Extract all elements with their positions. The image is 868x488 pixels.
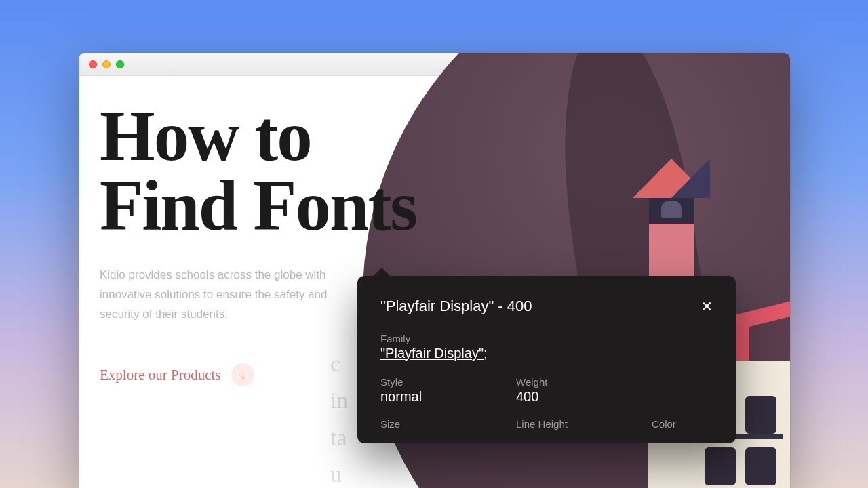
headline-line-2: Find Fonts: [100, 166, 416, 245]
window-close-button[interactable]: [89, 60, 97, 68]
color-label: Color: [652, 418, 733, 430]
window-maximize-button[interactable]: [116, 60, 124, 68]
illustration-window: [745, 447, 776, 485]
close-icon[interactable]: ✕: [701, 298, 713, 314]
page-headline: How to Find Fonts: [100, 102, 452, 241]
headline-line-1: How to: [100, 96, 311, 176]
arrow-down-icon: ↓: [240, 369, 246, 381]
window-minimize-button[interactable]: [102, 60, 111, 68]
ghost-line: ta: [330, 420, 348, 456]
page-content: How to Find Fonts Kidio provides schools…: [79, 76, 790, 488]
ghost-line: u: [330, 456, 348, 488]
illustration-window: [745, 396, 776, 434]
illustration-bell-icon: [661, 201, 682, 218]
style-label: Style: [380, 376, 462, 388]
size-label: Size: [380, 418, 462, 430]
illustration-window: [705, 447, 736, 485]
family-value[interactable]: "Playfair Display";: [380, 346, 713, 361]
family-label: Family: [380, 333, 713, 344]
cta-label: Explore our Products: [100, 367, 220, 384]
ghost-line: c: [330, 346, 348, 382]
ghost-line: in: [330, 382, 348, 419]
font-inspector-tooltip: "Playfair Display" - 400 ✕ Family "Playf…: [357, 276, 736, 443]
cta-arrow-circle: ↓: [231, 363, 254, 386]
lineheight-label: Line Height: [516, 418, 597, 430]
browser-window: How to Find Fonts Kidio provides schools…: [79, 53, 790, 488]
inspector-title: "Playfair Display" - 400: [380, 298, 532, 315]
weight-label: Weight: [516, 376, 597, 388]
style-value: normal: [380, 389, 462, 405]
background-faded-text: c in ta u: [330, 346, 348, 488]
page-tagline: Kidio provides schools across the globe …: [100, 266, 344, 325]
weight-value: 400: [516, 389, 597, 405]
